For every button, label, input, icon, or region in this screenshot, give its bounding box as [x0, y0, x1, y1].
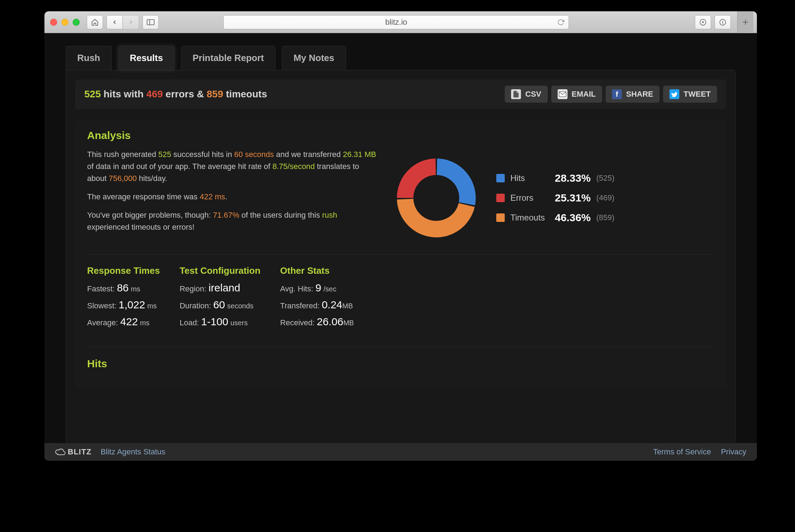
test-config-col: Test Configuration Region: ireland Durat… — [180, 265, 260, 333]
home-button[interactable] — [87, 15, 103, 29]
slowest-stat: Slowest: 1,022 ms — [87, 299, 160, 311]
test-config-heading: Test Configuration — [180, 265, 260, 276]
tab-my-notes[interactable]: My Notes — [282, 46, 346, 70]
cloud-icon — [55, 448, 66, 455]
downloads-button[interactable] — [695, 15, 711, 29]
svg-rect-0 — [147, 19, 154, 25]
legend-hits: Hits 28.33% (525) — [496, 172, 614, 184]
new-tab-button[interactable]: + — [737, 11, 753, 33]
tab-results[interactable]: Results — [118, 46, 175, 70]
tos-link[interactable]: Terms of Service — [653, 447, 711, 457]
facebook-icon: f — [612, 89, 622, 99]
address-bar[interactable]: blitz.io — [223, 15, 569, 29]
other-stats-heading: Other Stats — [280, 265, 354, 276]
tab-rush[interactable]: Rush — [66, 46, 112, 70]
browser-window: blitz.io + Rush Results Printable Report… — [44, 11, 757, 461]
brand-logo[interactable]: BLITZ — [55, 447, 91, 457]
analysis-section: Analysis This rush generated 525 success… — [75, 119, 726, 387]
fastest-stat: Fastest: 86 ms — [87, 282, 160, 294]
summary-bar: 525 hits with 469 errors & 859 timeouts … — [75, 79, 726, 109]
response-times-col: Response Times Fastest: 86 ms Slowest: 1… — [87, 265, 160, 333]
url-text: blitz.io — [385, 18, 407, 27]
tab-bar: Rush Results Printable Report My Notes — [66, 46, 736, 70]
average-stat: Average: 422 ms — [87, 316, 160, 328]
load-stat: Load: 1-100 users — [180, 316, 260, 328]
close-window-icon[interactable] — [50, 19, 57, 26]
forward-button[interactable] — [123, 15, 139, 29]
legend-timeouts: Timeouts 46.36% (859) — [496, 212, 614, 224]
page-footer: BLITZ Blitz Agents Status Terms of Servi… — [44, 443, 757, 461]
email-button[interactable]: EMAIL — [551, 86, 602, 103]
response-times-heading: Response Times — [87, 265, 160, 276]
browser-toolbar: blitz.io + — [44, 11, 757, 33]
extensions-button[interactable] — [715, 15, 731, 29]
chart-legend: Hits 28.33% (525) Errors 25.31% (469) — [496, 172, 614, 224]
results-panel: 525 hits with 469 errors & 859 timeouts … — [66, 70, 736, 443]
transfered-stat: Transfered: 0.24MB — [280, 299, 354, 311]
page-content: Rush Results Printable Report My Notes 5… — [44, 33, 757, 443]
email-icon — [558, 89, 568, 99]
chart-area: Hits 28.33% (525) Errors 25.31% (469) — [390, 149, 714, 244]
analysis-prose: This rush generated 525 successful hits … — [87, 149, 376, 244]
donut-chart — [390, 152, 482, 244]
stats-columns: Response Times Fastest: 86 ms Slowest: 1… — [87, 254, 714, 347]
swatch-errors — [496, 194, 505, 202]
duration-stat: Duration: 60 seconds — [180, 299, 260, 311]
maximize-window-icon[interactable] — [73, 19, 80, 26]
other-stats-col: Other Stats Avg. Hits: 9 /sec Transfered… — [280, 265, 354, 333]
summary-text: 525 hits with 469 errors & 859 timeouts — [84, 89, 267, 100]
share-button[interactable]: f SHARE — [606, 86, 660, 103]
reload-icon[interactable] — [557, 19, 564, 26]
sidebar-button[interactable] — [142, 15, 159, 29]
region-stat: Region: ireland — [180, 282, 260, 294]
csv-button[interactable]: CSV — [505, 86, 547, 103]
analysis-heading: Analysis — [87, 129, 714, 141]
tweet-button[interactable]: TWEET — [663, 86, 717, 103]
avghits-stat: Avg. Hits: 9 /sec — [280, 282, 354, 294]
received-stat: Received: 26.06MB — [280, 316, 354, 328]
back-button[interactable] — [107, 15, 123, 29]
swatch-timeouts — [496, 213, 505, 222]
swatch-hits — [496, 174, 505, 182]
agents-status-link[interactable]: Blitz Agents Status — [101, 447, 165, 457]
action-buttons: CSV EMAIL f SHARE — [505, 86, 717, 103]
window-controls — [50, 19, 80, 26]
twitter-icon — [669, 89, 679, 99]
legend-errors: Errors 25.31% (469) — [496, 192, 614, 204]
minimize-window-icon[interactable] — [61, 19, 68, 26]
svg-rect-5 — [559, 92, 566, 97]
tab-printable-report[interactable]: Printable Report — [181, 46, 275, 70]
hits-section: Hits — [87, 358, 714, 370]
privacy-link[interactable]: Privacy — [721, 447, 746, 457]
hits-heading: Hits — [87, 358, 714, 370]
csv-icon — [511, 89, 521, 99]
